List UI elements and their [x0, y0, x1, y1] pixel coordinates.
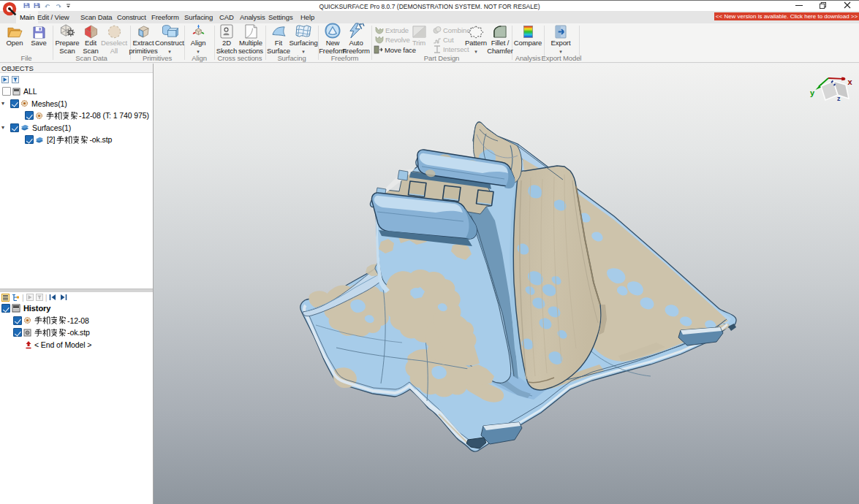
- svg-text:x: x: [848, 77, 853, 86]
- svg-text:z: z: [837, 95, 841, 102]
- svg-text:y: y: [810, 88, 815, 97]
